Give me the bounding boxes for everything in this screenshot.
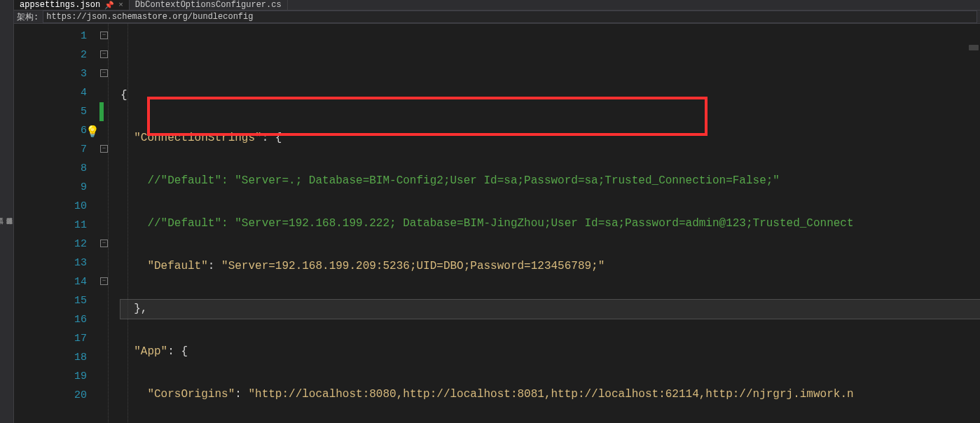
line-number: 17 [14,329,98,348]
line-number: 10 [14,197,98,216]
line-number: 2− [14,46,98,64]
schema-input[interactable] [43,11,977,23]
line-number: 3− [14,64,98,83]
line-number: 15 [14,291,98,310]
line-number: 9 [14,178,98,197]
code-line: "ConnectionStrings": { [120,129,980,148]
line-number: 16 [14,310,98,329]
line-number: 4 [14,83,98,102]
code-line: { [120,86,980,105]
code-content[interactable]: { "ConnectionStrings": { //"Default": "S… [98,24,980,423]
line-number: 7− [14,140,98,159]
line-number-gutter: 1− 2− 3− 4 5 6💡 7− 8 9 10 11 12− 13 14− … [14,24,98,423]
side-label-1[interactable]: 服务器资源管理器 [4,212,13,214]
line-number: 11 [14,216,98,235]
side-label-2[interactable]: 工具箱 [0,212,4,214]
line-number: 18 [14,348,98,367]
line-number: 6💡 [14,121,98,140]
schema-label: 架构: [17,11,39,23]
tab-label: DbContextOptionsConfigurer.cs [135,0,282,10]
code-editor[interactable]: 1− 2− 3− 4 5 6💡 7− 8 9 10 11 12− 13 14− … [14,24,980,423]
tab-dbcontext[interactable]: DbContextOptionsConfigurer.cs [130,0,288,10]
tab-label: appsettings.json [20,0,100,10]
code-line: "Default": "Server=192.168.199.209:5236;… [120,257,980,276]
line-number: 20 [14,386,98,405]
line-number: 5 [14,102,98,121]
line-number: 13 [14,254,98,272]
editor-tab-bar: appsettings.json 📌 × DbContextOptionsCon… [14,0,980,11]
code-line-current: }, [120,300,980,319]
code-line: //"Default": "Server=.; Database=BIM-Con… [120,172,980,190]
tab-appsettings[interactable]: appsettings.json 📌 × [14,0,130,10]
line-number: 14− [14,272,98,291]
side-toolbox-panel[interactable]: 服务器资源管理器 工具箱 [0,0,14,423]
lightbulb-icon[interactable]: 💡 [85,123,99,142]
indent-guide [108,24,109,423]
pin-icon[interactable]: 📌 [104,1,114,10]
line-number: 19 [14,367,98,386]
line-number: 8 [14,159,98,178]
code-line: "App": { [120,342,980,361]
schema-bar: 架构: [14,11,980,24]
line-number: 12− [14,235,98,254]
code-line: //"Default": "Server=192.168.199.222; Da… [120,214,980,233]
line-number: 1− [14,27,98,46]
code-line: "CorsOrigins": "http://localhost:8080,ht… [120,385,980,404]
close-icon[interactable]: × [118,1,123,9]
scrollbar-thumb[interactable] [969,45,979,50]
